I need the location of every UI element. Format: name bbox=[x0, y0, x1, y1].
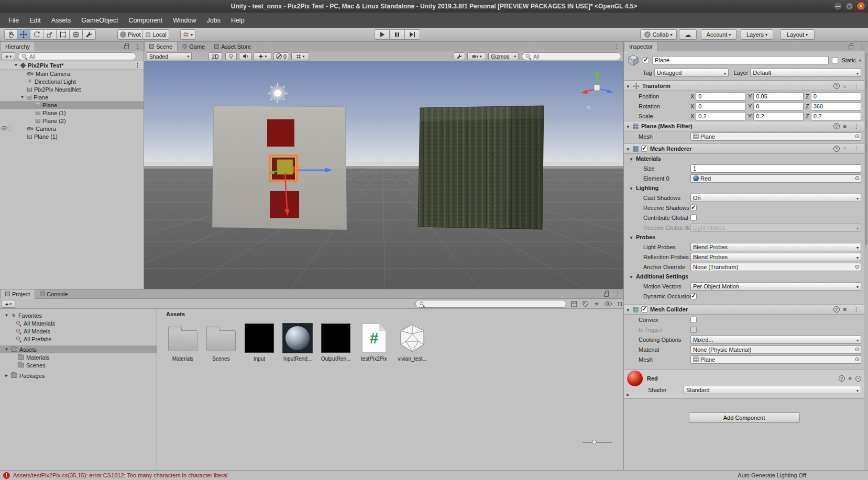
tree-all-prefabs[interactable]: All Prefabs bbox=[0, 335, 157, 343]
scene-row-menu[interactable] bbox=[131, 62, 144, 69]
step-button[interactable] bbox=[405, 29, 420, 40]
menu-file[interactable]: File bbox=[3, 14, 24, 27]
foldout-open-icon[interactable] bbox=[20, 95, 25, 99]
foldout-open-icon[interactable] bbox=[626, 146, 630, 152]
asset-item-input[interactable]: Input bbox=[243, 321, 276, 362]
material-foldout-arrow[interactable] bbox=[626, 393, 630, 397]
lock-icon[interactable] bbox=[604, 293, 609, 297]
static-dropdown-arrow[interactable]: ▾ bbox=[859, 58, 861, 63]
component-menu-icon[interactable] bbox=[850, 306, 862, 313]
hierarchy-search-input[interactable] bbox=[29, 53, 133, 60]
preset-icon[interactable] bbox=[843, 306, 847, 312]
asset-item-outputrender[interactable]: OutputRen... bbox=[319, 321, 353, 362]
gameobject-cube-icon[interactable] bbox=[627, 54, 640, 66]
create-button[interactable] bbox=[2, 52, 15, 60]
tab-console[interactable]: Console bbox=[35, 289, 72, 299]
create-asset-button[interactable] bbox=[2, 300, 15, 308]
menu-window[interactable]: Window bbox=[168, 14, 201, 27]
tag-dropdown[interactable]: Untagged bbox=[654, 69, 729, 77]
auto-generate-lighting-status[interactable]: Auto Generate Lighting Off bbox=[738, 472, 806, 478]
menu-edit[interactable]: Edit bbox=[24, 14, 46, 27]
foldout-open-icon[interactable] bbox=[4, 347, 9, 352]
asset-item-materials[interactable]: Materials bbox=[166, 321, 200, 362]
tree-all-materials[interactable]: All Materials bbox=[0, 319, 157, 327]
motion-vectors-dropdown[interactable]: Per Object Motion bbox=[690, 282, 861, 291]
console-error-message[interactable]: Assets/testPix2Pix.cs(35,15): error CS10… bbox=[13, 472, 227, 478]
position-y-field[interactable] bbox=[753, 92, 804, 101]
scene-viewport[interactable] bbox=[144, 61, 623, 289]
title-bar[interactable]: Unity - test_onnx - Pix2Pix Test - PC, M… bbox=[0, 0, 868, 13]
object-picker-icon[interactable] bbox=[855, 175, 860, 182]
scrollbar-thumb[interactable] bbox=[865, 52, 867, 245]
help-icon[interactable] bbox=[833, 123, 840, 129]
static-checkbox[interactable] bbox=[832, 57, 838, 63]
hierarchy-row-plane-2-child[interactable]: Plane (2) bbox=[0, 117, 144, 125]
shading-mode-dropdown[interactable]: Shaded▾ bbox=[147, 52, 192, 60]
tab-inspector[interactable]: Inspector bbox=[624, 42, 658, 51]
hierarchy-search[interactable] bbox=[18, 52, 136, 60]
scene-visibility-eye-icon[interactable] bbox=[1, 126, 7, 130]
convex-checkbox[interactable] bbox=[690, 317, 697, 323]
rotation-x-field[interactable] bbox=[696, 102, 746, 110]
play-button[interactable] bbox=[375, 29, 390, 40]
scale-tool-button[interactable] bbox=[43, 29, 57, 40]
hierarchy-menu[interactable] bbox=[131, 43, 144, 50]
asset-item-inputrender[interactable]: InputRend... bbox=[281, 321, 314, 362]
pause-button[interactable] bbox=[390, 29, 405, 40]
asset-item-testpix2pix[interactable]: # testPix2Pix bbox=[357, 321, 391, 362]
materials-size-field[interactable] bbox=[690, 164, 861, 173]
search-by-type-icon[interactable] bbox=[571, 301, 577, 307]
pivot-toggle[interactable]: Pivot bbox=[117, 29, 143, 40]
foldout-open-icon[interactable] bbox=[626, 83, 630, 89]
component-menu-icon[interactable] bbox=[850, 146, 862, 152]
move-tool-button[interactable] bbox=[17, 29, 30, 40]
effects-dropdown[interactable]: ▾ bbox=[254, 52, 271, 60]
transform-tool-button[interactable] bbox=[70, 29, 83, 40]
help-icon[interactable] bbox=[833, 306, 840, 312]
close-button[interactable]: ✕ bbox=[856, 2, 865, 10]
mesh-object-field[interactable]: Plane bbox=[690, 132, 861, 141]
component-enabled-checkbox[interactable] bbox=[641, 146, 647, 152]
tab-project[interactable]: Project bbox=[0, 289, 35, 299]
hierarchy-row-camera[interactable]: Camera bbox=[0, 125, 144, 132]
hierarchy-row-scene[interactable]: Pix2Pix Test* bbox=[0, 61, 144, 70]
hierarchy-row-neuralnet[interactable]: Pix2Pix NeuralNet bbox=[0, 85, 144, 93]
menu-gameobject[interactable]: GameObject bbox=[76, 14, 123, 27]
anchor-override-field[interactable]: None (Transform) bbox=[690, 263, 861, 271]
light-probes-dropdown[interactable]: Blend Probes bbox=[690, 243, 861, 251]
slider-knob[interactable] bbox=[592, 440, 597, 444]
hierarchy-row-plane-1-child[interactable]: Plane (1) bbox=[0, 109, 144, 117]
grid-visibility-dropdown[interactable]: ▾ bbox=[291, 52, 309, 60]
hierarchy-row-main-camera[interactable]: Main Camera bbox=[0, 70, 144, 77]
transform-header[interactable]: Transform bbox=[624, 81, 864, 91]
tree-scenes[interactable]: Scenes bbox=[0, 361, 157, 369]
tools-button[interactable] bbox=[454, 52, 465, 60]
active-checkbox[interactable] bbox=[643, 57, 649, 63]
project-panel-menu[interactable] bbox=[611, 291, 623, 297]
project-search[interactable] bbox=[415, 300, 566, 308]
preset-icon[interactable] bbox=[849, 375, 852, 382]
collider-mesh-field[interactable]: Plane bbox=[690, 355, 861, 364]
asset-item-vivian-test[interactable]: vivian_test... bbox=[395, 321, 429, 362]
lock-icon[interactable] bbox=[124, 45, 129, 49]
gear-icon[interactable] bbox=[855, 376, 861, 382]
help-icon[interactable] bbox=[833, 146, 840, 152]
tree-assets[interactable]: Assets bbox=[0, 345, 157, 353]
maximize-button[interactable]: ▢ bbox=[845, 2, 854, 10]
layout-dropdown[interactable]: Layout▾ bbox=[780, 29, 815, 40]
hierarchy-row-directional-light[interactable]: Directional Light bbox=[0, 77, 144, 85]
camera-gizmo-dropdown[interactable]: ▾ bbox=[467, 52, 486, 60]
tab-game[interactable]: Game bbox=[178, 42, 210, 51]
scene-search-input[interactable] bbox=[533, 53, 618, 60]
audio-toggle[interactable] bbox=[239, 52, 251, 60]
project-search-input[interactable] bbox=[427, 301, 563, 307]
preset-icon[interactable] bbox=[843, 123, 847, 129]
foldout-open-icon[interactable] bbox=[626, 123, 630, 129]
scene-panel-menu[interactable] bbox=[611, 43, 623, 50]
position-x-field[interactable] bbox=[696, 92, 746, 101]
inspector-scrollbar[interactable] bbox=[864, 51, 868, 470]
help-icon[interactable] bbox=[839, 375, 845, 382]
scene-picking-icon[interactable] bbox=[8, 127, 12, 130]
custom-tool-button[interactable] bbox=[83, 29, 96, 40]
cast-shadows-dropdown[interactable]: On bbox=[690, 194, 861, 202]
